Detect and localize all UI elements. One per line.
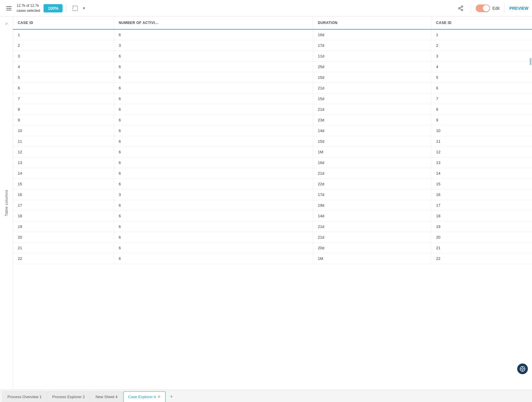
share-button[interactable] xyxy=(455,3,466,14)
cell-case_id_1-11: 11 xyxy=(13,136,114,147)
table-row[interactable]: 1616d1 xyxy=(13,29,532,40)
cell-case_id_1-3: 3 xyxy=(13,51,114,62)
table-row[interactable]: 18614d18 xyxy=(13,211,532,221)
table-row[interactable]: 7615d7 xyxy=(13,94,532,104)
table-row[interactable]: 21620d21 xyxy=(13,243,532,253)
cell-num_activities-20: 6 xyxy=(114,232,313,243)
cell-duration-10: 14d xyxy=(313,126,431,136)
table-row[interactable]: 9623d9 xyxy=(13,115,532,126)
cell-case_id_1-7: 7 xyxy=(13,94,114,104)
cell-case_id_2-10: 10 xyxy=(431,126,532,136)
tab-process-overview[interactable]: Process Overview 1 xyxy=(2,391,47,402)
table-row[interactable]: 2317d2 xyxy=(13,40,532,51)
cell-case_id_1-10: 10 xyxy=(13,126,114,136)
cell-duration-3: 11d xyxy=(313,51,431,62)
preview-label[interactable]: PREVIEW xyxy=(509,6,528,11)
edit-label: Edit xyxy=(492,6,499,11)
table-row[interactable]: 16317d16 xyxy=(13,189,532,200)
menu-icon[interactable] xyxy=(4,6,14,10)
column-header-duration[interactable]: DURATION xyxy=(313,17,431,29)
tab-case-explorer-label: Case Explorer 4 xyxy=(128,395,156,399)
add-tab-button[interactable]: + xyxy=(166,391,177,402)
column-header-case-id-1[interactable]: CASE ID xyxy=(13,17,114,29)
cell-duration-18: 14d xyxy=(313,211,431,221)
table-row[interactable]: 3611d3 xyxy=(13,51,532,62)
cell-case_id_2-8: 8 xyxy=(431,104,532,115)
cell-case_id_2-11: 11 xyxy=(431,136,532,147)
cell-num_activities-4: 6 xyxy=(114,62,313,72)
cell-num_activities-21: 6 xyxy=(114,243,313,253)
table-row[interactable]: 15622d15 xyxy=(13,179,532,189)
cell-case_id_2-22: 22 xyxy=(431,253,532,264)
svg-line-7 xyxy=(460,9,462,9)
cell-case_id_2-4: 4 xyxy=(431,62,532,72)
edit-preview-toggle[interactable] xyxy=(476,4,490,12)
table-row[interactable]: 20621d20 xyxy=(13,232,532,243)
table-row[interactable]: 10614d10 xyxy=(13,126,532,136)
table-row[interactable]: 13616d13 xyxy=(13,157,532,168)
cell-duration-11: 15d xyxy=(313,136,431,147)
toolbar-separator-1 xyxy=(66,4,66,12)
cell-duration-13: 16d xyxy=(313,157,431,168)
scroll-indicator xyxy=(530,58,531,65)
table-row[interactable]: 19621d19 xyxy=(13,221,532,232)
cell-case_id_1-8: 8 xyxy=(13,104,114,115)
cell-case_id_1-5: 5 xyxy=(13,72,114,83)
cell-num_activities-1: 6 xyxy=(114,29,313,40)
svg-point-6 xyxy=(462,9,463,11)
cell-num_activities-17: 6 xyxy=(114,200,313,211)
dropdown-chevron-button[interactable]: ▾ xyxy=(83,6,85,10)
table-row[interactable]: 4625d4 xyxy=(13,62,532,72)
gear-icon[interactable]: ⚙ xyxy=(158,395,161,399)
cell-case_id_1-17: 17 xyxy=(13,200,114,211)
edit-preview-toggle-wrap: Edit xyxy=(476,4,499,12)
cell-case_id_2-13: 13 xyxy=(431,157,532,168)
svg-rect-3 xyxy=(73,6,78,11)
cell-case_id_2-17: 17 xyxy=(431,200,532,211)
tabs-bar: Process Overview 1Process Explorer 2New … xyxy=(0,390,532,402)
table-row[interactable]: 14621d14 xyxy=(13,168,532,179)
column-header-num-activities[interactable]: NUMBER OF ACTIVI... xyxy=(114,17,313,29)
cell-duration-4: 25d xyxy=(313,62,431,72)
cases-info: 12.7k of 12.7k cases selected xyxy=(17,3,40,13)
cell-duration-19: 21d xyxy=(313,221,431,232)
percent-badge: 100% xyxy=(44,4,63,12)
table-container[interactable]: CASE ID NUMBER OF ACTIVI... DURATION CAS… xyxy=(13,17,532,390)
cell-num_activities-15: 6 xyxy=(114,179,313,189)
frame-select-button[interactable] xyxy=(70,3,81,14)
table-row[interactable]: 6621d6 xyxy=(13,83,532,94)
cell-case_id_1-12: 12 xyxy=(13,147,114,157)
cell-case_id_1-2: 2 xyxy=(13,40,114,51)
table-row[interactable]: 8621d8 xyxy=(13,104,532,115)
svg-rect-0 xyxy=(6,6,12,7)
table-row[interactable]: 17619d17 xyxy=(13,200,532,211)
table-row[interactable]: 5615d5 xyxy=(13,72,532,83)
cell-case_id_1-21: 21 xyxy=(13,243,114,253)
table-row[interactable]: 2261M22 xyxy=(13,253,532,264)
svg-point-4 xyxy=(462,6,463,7)
tab-case-explorer[interactable]: Case Explorer 4⚙ xyxy=(123,391,166,402)
main-area: > Table columns CASE ID NUMBER OF ACTIVI… xyxy=(0,17,532,390)
cell-case_id_2-3: 3 xyxy=(431,51,532,62)
cell-duration-8: 21d xyxy=(313,104,431,115)
float-action-button[interactable] xyxy=(517,364,528,374)
cell-num_activities-9: 6 xyxy=(114,115,313,126)
cell-case_id_1-14: 14 xyxy=(13,168,114,179)
toggle-knob xyxy=(483,5,489,12)
cell-case_id_2-2: 2 xyxy=(431,40,532,51)
cell-duration-17: 19d xyxy=(313,200,431,211)
cell-case_id_1-13: 13 xyxy=(13,157,114,168)
svg-line-8 xyxy=(460,7,462,8)
cell-num_activities-8: 6 xyxy=(114,104,313,115)
table-row[interactable]: 11615d11 xyxy=(13,136,532,147)
tab-process-explorer[interactable]: Process Explorer 2 xyxy=(47,391,90,402)
cell-num_activities-14: 6 xyxy=(114,168,313,179)
cell-duration-20: 21d xyxy=(313,232,431,243)
svg-rect-1 xyxy=(6,8,12,9)
cell-num_activities-7: 6 xyxy=(114,94,313,104)
tab-new-sheet[interactable]: New Sheet 4 xyxy=(90,391,122,402)
column-header-case-id-2[interactable]: CASE ID xyxy=(431,17,532,29)
toolbar-divider-2 xyxy=(504,4,504,13)
expand-button[interactable]: > xyxy=(5,21,7,26)
table-row[interactable]: 1261M12 xyxy=(13,147,532,157)
